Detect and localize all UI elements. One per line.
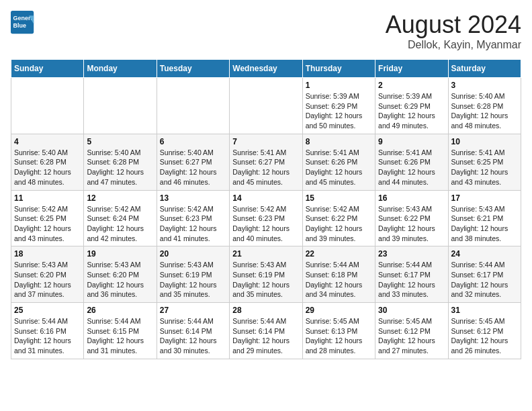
day-number: 24 [451,249,518,259]
day-number: 9 [378,137,445,146]
calendar-day-cell: 21Sunrise: 5:43 AMSunset: 6:19 PMDayligh… [230,246,302,303]
title-block: August 2024 Dellok, Kayin, Myanmar [386,11,521,51]
weekday-header: Sunday [11,60,84,78]
day-info: Sunrise: 5:39 AMSunset: 6:29 PMDaylight:… [306,91,372,131]
day-number: 29 [306,306,372,315]
calendar-day-cell: 13Sunrise: 5:42 AMSunset: 6:23 PMDayligh… [157,190,229,246]
day-info: Sunrise: 5:43 AMSunset: 6:19 PMDaylight:… [160,260,226,300]
day-number: 17 [451,193,518,203]
weekday-header: Friday [375,60,448,78]
day-info: Sunrise: 5:40 AMSunset: 6:27 PMDaylight:… [160,148,226,187]
day-number: 4 [14,137,81,146]
day-number: 25 [14,306,81,315]
weekday-header: Monday [84,60,157,78]
day-number: 16 [378,193,445,203]
day-info: Sunrise: 5:40 AMSunset: 6:28 PMDaylight:… [14,148,81,187]
calendar-day-cell: 7Sunrise: 5:41 AMSunset: 6:27 PMDaylight… [230,134,302,190]
day-number: 28 [232,306,299,315]
calendar-day-cell: 30Sunrise: 5:45 AMSunset: 6:12 PMDayligh… [375,303,448,359]
day-number: 5 [87,137,153,146]
day-info: Sunrise: 5:42 AMSunset: 6:22 PMDaylight:… [306,204,372,244]
day-number: 2 [378,81,445,90]
logo: General Blue [11,11,35,35]
day-info: Sunrise: 5:40 AMSunset: 6:28 PMDaylight:… [87,148,153,187]
weekday-header: Thursday [302,60,375,78]
day-info: Sunrise: 5:41 AMSunset: 6:26 PMDaylight:… [306,148,372,187]
day-info: Sunrise: 5:43 AMSunset: 6:21 PMDaylight:… [451,204,518,244]
calendar-day-cell [157,78,229,134]
day-info: Sunrise: 5:42 AMSunset: 6:25 PMDaylight:… [14,204,81,244]
day-info: Sunrise: 5:39 AMSunset: 6:29 PMDaylight:… [378,91,445,131]
calendar-day-cell: 8Sunrise: 5:41 AMSunset: 6:26 PMDaylight… [302,134,375,190]
calendar-day-cell: 12Sunrise: 5:42 AMSunset: 6:24 PMDayligh… [84,190,157,246]
calendar-day-cell: 6Sunrise: 5:40 AMSunset: 6:27 PMDaylight… [157,134,229,190]
day-number: 11 [14,193,81,203]
calendar-day-cell: 28Sunrise: 5:44 AMSunset: 6:14 PMDayligh… [230,303,302,359]
calendar-day-cell: 14Sunrise: 5:42 AMSunset: 6:23 PMDayligh… [230,190,302,246]
calendar-day-cell: 5Sunrise: 5:40 AMSunset: 6:28 PMDaylight… [84,134,157,190]
calendar-day-cell: 3Sunrise: 5:40 AMSunset: 6:28 PMDaylight… [448,78,521,134]
day-number: 27 [160,306,226,315]
calendar-day-cell: 31Sunrise: 5:45 AMSunset: 6:12 PMDayligh… [448,303,521,359]
calendar-day-cell: 23Sunrise: 5:44 AMSunset: 6:17 PMDayligh… [375,246,448,303]
day-info: Sunrise: 5:41 AMSunset: 6:26 PMDaylight:… [378,148,445,187]
location: Dellok, Kayin, Myanmar [386,39,521,51]
calendar-day-cell: 18Sunrise: 5:43 AMSunset: 6:20 PMDayligh… [11,246,84,303]
day-number: 1 [306,81,372,90]
day-number: 19 [87,249,153,259]
calendar-day-cell: 15Sunrise: 5:42 AMSunset: 6:22 PMDayligh… [302,190,375,246]
calendar-day-cell: 17Sunrise: 5:43 AMSunset: 6:21 PMDayligh… [448,190,521,246]
logo-icon: General Blue [11,11,35,35]
calendar-day-cell: 2Sunrise: 5:39 AMSunset: 6:29 PMDaylight… [375,78,448,134]
day-number: 15 [306,193,372,203]
day-info: Sunrise: 5:44 AMSunset: 6:14 PMDaylight:… [232,316,299,356]
day-info: Sunrise: 5:44 AMSunset: 6:14 PMDaylight:… [160,316,226,356]
day-info: Sunrise: 5:44 AMSunset: 6:17 PMDaylight:… [451,260,518,300]
calendar-day-cell: 19Sunrise: 5:43 AMSunset: 6:20 PMDayligh… [84,246,157,303]
day-info: Sunrise: 5:45 AMSunset: 6:12 PMDaylight:… [451,316,518,356]
calendar-day-cell [11,78,84,134]
calendar-week-row: 1Sunrise: 5:39 AMSunset: 6:29 PMDaylight… [11,78,521,134]
day-info: Sunrise: 5:45 AMSunset: 6:12 PMDaylight:… [378,316,445,356]
calendar-week-row: 18Sunrise: 5:43 AMSunset: 6:20 PMDayligh… [11,246,521,303]
calendar-day-cell: 20Sunrise: 5:43 AMSunset: 6:19 PMDayligh… [157,246,229,303]
calendar-day-cell: 16Sunrise: 5:43 AMSunset: 6:22 PMDayligh… [375,190,448,246]
day-number: 6 [160,137,226,146]
calendar-day-cell: 26Sunrise: 5:44 AMSunset: 6:15 PMDayligh… [84,303,157,359]
day-number: 21 [232,249,299,259]
weekday-header: Wednesday [230,60,302,78]
calendar-day-cell [230,78,302,134]
calendar-week-row: 11Sunrise: 5:42 AMSunset: 6:25 PMDayligh… [11,190,521,246]
day-info: Sunrise: 5:42 AMSunset: 6:24 PMDaylight:… [87,204,153,244]
calendar-day-cell: 25Sunrise: 5:44 AMSunset: 6:16 PMDayligh… [11,303,84,359]
day-info: Sunrise: 5:42 AMSunset: 6:23 PMDaylight:… [160,204,226,244]
day-number: 20 [160,249,226,259]
day-info: Sunrise: 5:43 AMSunset: 6:19 PMDaylight:… [232,260,299,300]
calendar-day-cell: 9Sunrise: 5:41 AMSunset: 6:26 PMDaylight… [375,134,448,190]
day-number: 26 [87,306,153,315]
weekday-header: Saturday [448,60,521,78]
day-number: 31 [451,306,518,315]
calendar-week-row: 4Sunrise: 5:40 AMSunset: 6:28 PMDaylight… [11,134,521,190]
day-number: 18 [14,249,81,259]
day-number: 14 [232,193,299,203]
day-info: Sunrise: 5:41 AMSunset: 6:25 PMDaylight:… [451,148,518,187]
day-number: 12 [87,193,153,203]
calendar-day-cell: 4Sunrise: 5:40 AMSunset: 6:28 PMDaylight… [11,134,84,190]
weekday-header-row: SundayMondayTuesdayWednesdayThursdayFrid… [11,60,521,78]
day-info: Sunrise: 5:43 AMSunset: 6:22 PMDaylight:… [378,204,445,244]
day-info: Sunrise: 5:44 AMSunset: 6:18 PMDaylight:… [306,260,372,300]
calendar-day-cell: 24Sunrise: 5:44 AMSunset: 6:17 PMDayligh… [448,246,521,303]
calendar-week-row: 25Sunrise: 5:44 AMSunset: 6:16 PMDayligh… [11,303,521,359]
calendar-day-cell: 10Sunrise: 5:41 AMSunset: 6:25 PMDayligh… [448,134,521,190]
day-number: 13 [160,193,226,203]
day-info: Sunrise: 5:43 AMSunset: 6:20 PMDaylight:… [14,260,81,300]
day-info: Sunrise: 5:44 AMSunset: 6:17 PMDaylight:… [378,260,445,300]
calendar-day-cell: 22Sunrise: 5:44 AMSunset: 6:18 PMDayligh… [302,246,375,303]
calendar-day-cell: 29Sunrise: 5:45 AMSunset: 6:13 PMDayligh… [302,303,375,359]
calendar-table: SundayMondayTuesdayWednesdayThursdayFrid… [11,59,521,359]
svg-text:Blue: Blue [13,22,27,29]
calendar-day-cell: 1Sunrise: 5:39 AMSunset: 6:29 PMDaylight… [302,78,375,134]
weekday-header: Tuesday [157,60,229,78]
day-info: Sunrise: 5:45 AMSunset: 6:13 PMDaylight:… [306,316,372,356]
